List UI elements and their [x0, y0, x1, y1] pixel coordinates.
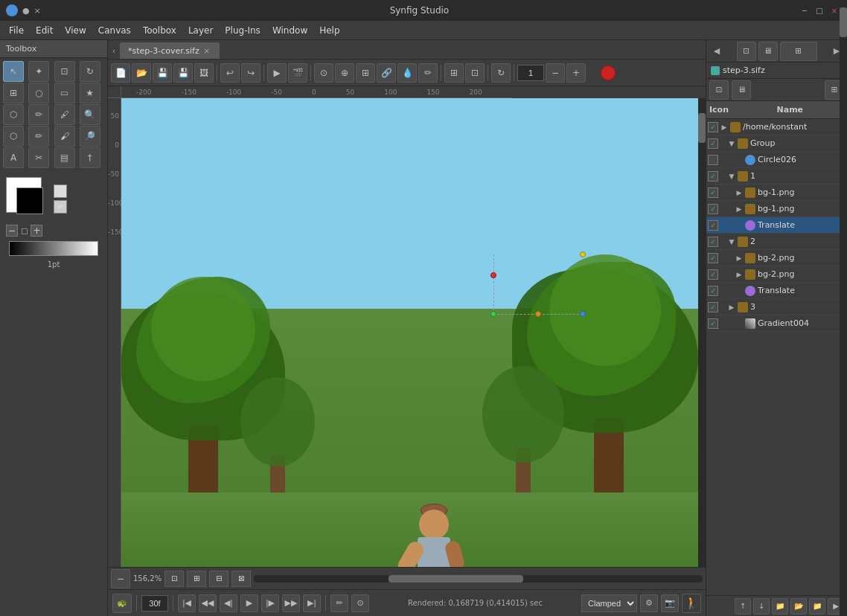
layer-expand-bg2a[interactable]: ▶: [735, 254, 744, 263]
layer-btn1[interactable]: ⊡: [709, 80, 729, 100]
foreground-color-swatch[interactable]: [16, 187, 43, 214]
nav-prev-arrow[interactable]: ◀: [709, 44, 724, 59]
canvas-panel-btn1[interactable]: ⊡: [737, 42, 756, 61]
layer-expand-bg2b[interactable]: ▶: [735, 270, 744, 279]
anim-prev-btn[interactable]: ◀◀: [199, 594, 217, 612]
tool-circle[interactable]: ○: [28, 83, 49, 103]
minimize-button[interactable]: ─: [798, 4, 811, 17]
tool-pencil[interactable]: ✏: [28, 126, 49, 147]
tb-render2[interactable]: 🎬: [288, 63, 307, 83]
layer-row-translate2[interactable]: Translate: [706, 283, 847, 299]
layer-check-translate2[interactable]: [708, 286, 718, 296]
tb-save[interactable]: 💾: [153, 63, 172, 83]
grid-toggle-btn[interactable]: ⊞: [187, 571, 206, 587]
tool-star[interactable]: ★: [80, 83, 100, 103]
canvas-vscroll[interactable]: [698, 98, 706, 567]
layer-expand-translate1[interactable]: [735, 221, 744, 230]
menu-file[interactable]: File: [3, 23, 30, 38]
canvas-panel-btn2[interactable]: 🖥: [758, 42, 778, 61]
tl-vscroll-thumb[interactable]: [840, 7, 847, 37]
tool-gradient2[interactable]: ▤: [54, 147, 75, 168]
tab-close-button[interactable]: ×: [202, 47, 211, 56]
tab-scroll-left[interactable]: ‹: [108, 42, 120, 59]
layer-expand-3[interactable]: ▶: [727, 303, 736, 312]
layer-check-bg1b[interactable]: [708, 204, 718, 214]
tool-cut[interactable]: ✂: [28, 147, 49, 168]
anim-settings-btn[interactable]: ⚙: [640, 594, 658, 612]
handle-red[interactable]: [490, 272, 496, 278]
tool-text[interactable]: A: [3, 147, 24, 168]
rb-folder-btn[interactable]: 📁: [772, 598, 788, 615]
layer-row-root[interactable]: ▶ /home/konstant: [706, 119, 847, 135]
tb-new[interactable]: 📄: [111, 63, 130, 83]
anim-start-btn[interactable]: |◀: [178, 594, 196, 612]
layer-check-bg2b[interactable]: [708, 269, 718, 280]
fit-canvas-btn[interactable]: ⊡: [164, 571, 184, 587]
layer-row-gradient004[interactable]: Gradient004: [706, 315, 847, 332]
tool-scale[interactable]: ⊡: [54, 61, 75, 82]
tool-brush[interactable]: 🖌: [54, 126, 75, 147]
layer-expand-bg1b[interactable]: ▶: [735, 205, 744, 214]
rb-down-btn[interactable]: ↓: [753, 598, 770, 615]
view-all-btn[interactable]: ⊠: [231, 571, 251, 587]
clamp-select[interactable]: Clamped Clamp TCB: [581, 594, 637, 612]
anim-camera-btn[interactable]: 📷: [661, 594, 679, 612]
tb-grid[interactable]: ⊞: [444, 63, 464, 83]
zoom-minus-button[interactable]: −: [546, 63, 565, 83]
layer-row-3[interactable]: ▶ 3: [706, 299, 847, 315]
tb-bline[interactable]: ⊞: [356, 63, 375, 83]
anim-onion-btn[interactable]: ⊙: [351, 594, 369, 612]
rb-folder3-btn[interactable]: 📁: [809, 598, 825, 615]
layer-row-bg1a[interactable]: ▶ bg-1.png: [706, 185, 847, 201]
anim-lock-btn[interactable]: 🐢: [112, 594, 132, 613]
layer-expand-root[interactable]: ▶: [720, 123, 729, 132]
layer-row-translate1[interactable]: Translate: [706, 217, 847, 234]
tool-rectangle[interactable]: ▭: [54, 83, 75, 103]
gradient-bar[interactable]: [9, 241, 98, 256]
zoom-input[interactable]: [517, 65, 544, 81]
hscroll-thumb[interactable]: [389, 575, 523, 583]
frame-number-input[interactable]: [141, 595, 168, 612]
layer-row-2[interactable]: ▼ 2: [706, 234, 847, 250]
rb-up-btn[interactable]: ↑: [735, 598, 751, 615]
tb-undo[interactable]: ↩: [220, 63, 240, 83]
menu-layer[interactable]: Layer: [182, 23, 219, 38]
reset-color-button[interactable]: ↺: [54, 185, 67, 198]
vscroll-thumb[interactable]: [698, 113, 706, 143]
tb-circle-tool[interactable]: ⊙: [314, 63, 333, 83]
tb-snap[interactable]: ⊡: [465, 63, 485, 83]
layer-row-group[interactable]: ▼ Group: [706, 135, 847, 152]
menu-edit[interactable]: Edit: [30, 23, 59, 38]
layer-expand-circle026[interactable]: [735, 155, 744, 164]
tool-zoom-tool[interactable]: 🔎: [80, 126, 100, 147]
layer-check-root[interactable]: [708, 122, 718, 132]
layer-check-group[interactable]: [708, 138, 718, 149]
color-plus-button[interactable]: +: [31, 225, 42, 237]
menu-window[interactable]: Window: [266, 23, 313, 38]
handle-orange[interactable]: [535, 311, 541, 317]
tb-rotate-tool[interactable]: ↻: [491, 63, 511, 83]
layer-expand-translate2[interactable]: [735, 286, 744, 295]
menu-toolbox[interactable]: Toolbox: [137, 23, 182, 38]
handle-yellow[interactable]: [580, 251, 586, 257]
tool-polygon[interactable]: ⬡: [3, 104, 24, 125]
zoom-plus-button[interactable]: +: [566, 63, 586, 83]
tool-skeleton[interactable]: †: [80, 147, 100, 168]
layer-check-translate1[interactable]: [708, 220, 718, 231]
tb-redo[interactable]: ↪: [241, 63, 261, 83]
menu-plugins[interactable]: Plug-Ins: [219, 23, 266, 38]
anim-end-btn[interactable]: ▶|: [303, 594, 321, 612]
canvas-hscroll[interactable]: [254, 575, 703, 583]
canvas-viewport[interactable]: [121, 98, 698, 567]
tool-feather[interactable]: 🖋: [54, 104, 75, 125]
tb-preview[interactable]: ▶: [267, 63, 287, 83]
layer-check-bg2a[interactable]: [708, 253, 718, 263]
layer-row-1[interactable]: ▼ 1: [706, 168, 847, 185]
layer-expand-group[interactable]: ▼: [727, 139, 736, 148]
canvas-panel-btn3[interactable]: ⊞: [780, 42, 817, 61]
layer-check-bg1a[interactable]: [708, 187, 718, 198]
layer-row-bg2a[interactable]: ▶ bg-2.png: [706, 250, 847, 266]
layer-check-3[interactable]: [708, 302, 718, 312]
tb-render[interactable]: 🖼: [194, 63, 214, 83]
menu-view[interactable]: View: [59, 23, 92, 38]
